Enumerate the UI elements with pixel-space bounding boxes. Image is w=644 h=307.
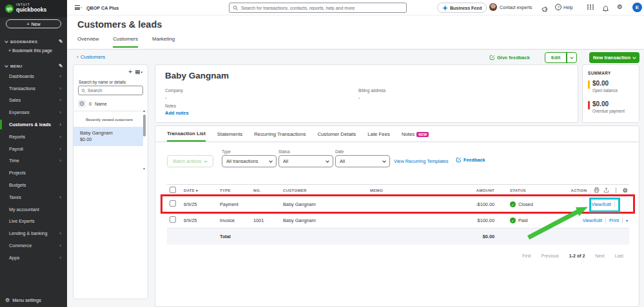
- list-options-icon[interactable]: ▾: [135, 70, 142, 74]
- sidebar-item-time[interactable]: Time›: [0, 155, 67, 167]
- type-filter-select[interactable]: All transactions: [222, 155, 277, 167]
- col-no[interactable]: NO.: [253, 189, 283, 192]
- tab-overview[interactable]: Overview: [77, 36, 99, 48]
- status-filter-select[interactable]: All: [278, 155, 333, 167]
- contact-experts[interactable]: Contact experts: [489, 3, 532, 11]
- sidebar-item-transactions[interactable]: Transactions›: [0, 82, 67, 95]
- scrollbar-thumb[interactable]: [143, 115, 146, 136]
- sidebar-item-budgets[interactable]: Budgets: [0, 179, 67, 191]
- add-notes-link[interactable]: Add notes: [165, 110, 189, 116]
- tab-customer-details[interactable]: Customer Details: [317, 131, 356, 142]
- customer-search-box[interactable]: [78, 86, 143, 95]
- settings-gear-icon[interactable]: ⚙: [617, 3, 623, 10]
- sidebar-item-label: Taxes: [9, 194, 21, 200]
- col-memo[interactable]: MEMO: [370, 189, 447, 192]
- edit-button[interactable]: Edit: [545, 53, 566, 62]
- tab-statements[interactable]: Statements: [217, 131, 242, 142]
- help-button[interactable]: ? Help: [555, 4, 573, 10]
- print-link[interactable]: Print: [609, 218, 619, 223]
- recently-viewed-icon[interactable]: [78, 100, 86, 107]
- new-transaction-label: New transaction: [593, 55, 630, 60]
- give-feedback-link[interactable]: Give feedback: [489, 55, 530, 60]
- edit-dropdown-button[interactable]: [567, 53, 576, 62]
- hamburger-icon: [75, 5, 80, 10]
- batch-actions-button[interactable]: Batch actions: [167, 155, 213, 167]
- sidebar-item-projects[interactable]: Projects: [0, 167, 67, 179]
- date-filter-select[interactable]: All: [335, 155, 390, 167]
- user-avatar[interactable]: E: [632, 3, 642, 12]
- customer-search-input[interactable]: [88, 88, 140, 93]
- scroll-up-icon[interactable]: ▲: [142, 109, 146, 113]
- pagination-first[interactable]: First: [522, 254, 531, 258]
- menu-section-header[interactable]: MENU ✎: [5, 63, 63, 69]
- export-icon[interactable]: [603, 187, 609, 193]
- sidebar-item-apps[interactable]: Apps›: [0, 252, 67, 264]
- search-icon: [233, 5, 239, 11]
- customer-list-item-selected[interactable]: Baby Gangnam $0.00: [73, 127, 143, 146]
- back-to-customers-link[interactable]: ‹ Customers: [77, 54, 105, 60]
- company-name[interactable]: QBOP CA Plus: [86, 5, 119, 11]
- view-edit-link[interactable]: View/Edit: [592, 201, 611, 207]
- col-amount[interactable]: AMOUNT: [447, 189, 502, 192]
- table-row-invoice[interactable]: 6/9/25 Invoice 1001 Baby Gangnam $100.00…: [167, 212, 629, 228]
- announcements-icon[interactable]: [542, 4, 549, 15]
- print-icon[interactable]: [594, 187, 600, 193]
- bookmarks-section-header[interactable]: BOOKMARKS ✎: [5, 39, 63, 44]
- sidebar-item-commerce[interactable]: Commerce›: [0, 239, 67, 252]
- sidebar-item-taxes[interactable]: Taxes›: [0, 191, 67, 203]
- global-search[interactable]: [229, 3, 407, 13]
- apps-grid-icon[interactable]: [587, 5, 594, 10]
- new-transaction-button[interactable]: New transaction: [589, 52, 639, 63]
- scroll-down-icon[interactable]: ▼: [142, 167, 146, 171]
- table-row-payment[interactable]: 6/9/25 Payment Baby Gangnam -$100.00 ✓ C…: [167, 196, 629, 212]
- tab-customers[interactable]: Customers: [113, 36, 138, 48]
- pagination-previous[interactable]: Previous: [542, 254, 559, 258]
- add-customer-icon[interactable]: +: [128, 68, 132, 75]
- edit-bookmarks-icon[interactable]: ✎: [59, 39, 63, 44]
- bookmark-this-page[interactable]: + Bookmark this page: [8, 48, 52, 53]
- sidebar-item-dashboards[interactable]: Dashboards›: [0, 70, 67, 82]
- business-feed-button[interactable]: Business Feed: [437, 3, 487, 13]
- sidebar-item-reports[interactable]: Reports›: [0, 131, 67, 143]
- col-customer[interactable]: CUSTOMER: [283, 189, 370, 192]
- sidebar-item-live-experts[interactable]: Live Experts: [0, 216, 67, 228]
- sidebar-item-customers-leads[interactable]: Customers & leads›: [0, 118, 67, 131]
- col-date[interactable]: DATE: [184, 189, 195, 192]
- row-checkbox[interactable]: [170, 200, 176, 207]
- sidebar-item-sales[interactable]: Sales›: [0, 95, 67, 107]
- company-label: Company: [165, 88, 183, 93]
- tab-marketing[interactable]: Marketing: [152, 36, 175, 48]
- new-button[interactable]: +New: [6, 19, 61, 28]
- menu-settings[interactable]: ⚙ Menu settings: [5, 297, 41, 303]
- sort-by-name[interactable]: Name: [95, 102, 107, 106]
- feedback-link[interactable]: Feedback: [456, 157, 485, 163]
- pagination-next[interactable]: Next: [595, 254, 604, 258]
- edit-menu-icon[interactable]: ✎: [59, 63, 63, 69]
- tab-recurring-transactions[interactable]: Recurring Transactions: [254, 131, 306, 142]
- sidebar-item-lending-banking[interactable]: Lending & banking›: [0, 227, 67, 239]
- overdue-bar: [588, 101, 590, 109]
- view-recurring-templates-link[interactable]: View Recurring Templates: [394, 158, 449, 164]
- sidebar-item-payroll[interactable]: Payroll›: [0, 143, 67, 155]
- row-checkbox[interactable]: [170, 216, 176, 223]
- select-all-checkbox[interactable]: [170, 187, 176, 193]
- notifications-bell-icon[interactable]: [602, 4, 609, 15]
- col-status[interactable]: STATUS: [502, 189, 560, 192]
- sidebar-item-my-accountant[interactable]: My accountant: [0, 203, 67, 216]
- table-settings-gear-icon[interactable]: ⚙: [623, 187, 628, 194]
- tab-notes[interactable]: NotesNEW: [402, 131, 429, 142]
- sidebar-collapse-icon[interactable]: ‹: [75, 5, 82, 10]
- pagination-last[interactable]: Last: [615, 254, 623, 258]
- chevron-down-icon: [570, 55, 574, 59]
- sidebar-item-expenses[interactable]: Expenses›: [0, 106, 67, 118]
- sidebar: qb INTUIT quickbooks +New BOOKMARKS ✎ + …: [0, 0, 67, 307]
- more-options-icon[interactable]: ⋮: [613, 187, 618, 193]
- quickbooks-logo[interactable]: qb INTUIT quickbooks: [0, 0, 67, 17]
- tab-transaction-list[interactable]: Transaction List: [167, 131, 206, 142]
- view-edit-link[interactable]: View/Edit: [583, 218, 602, 223]
- row-dropdown-caret-icon[interactable]: ▾: [626, 218, 628, 223]
- global-search-input[interactable]: [241, 6, 403, 10]
- tab-late-fees[interactable]: Late Fees: [367, 131, 390, 142]
- row-dropdown-caret-icon[interactable]: ▾: [618, 202, 620, 207]
- col-type[interactable]: TYPE: [220, 189, 253, 192]
